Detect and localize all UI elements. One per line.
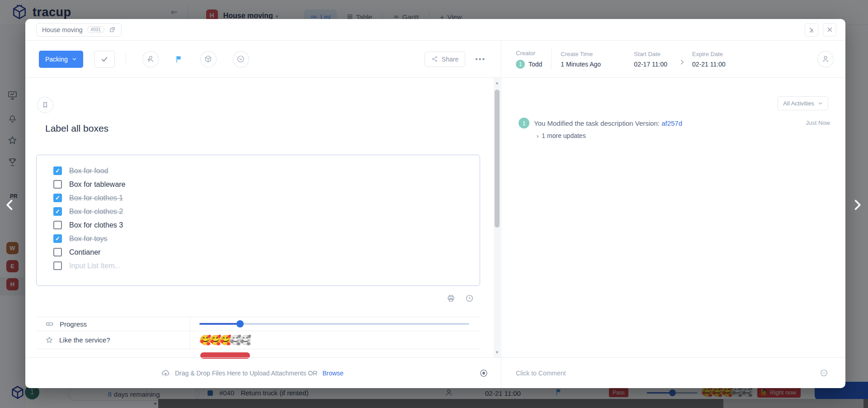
subtask-cube-icon[interactable]	[200, 51, 217, 67]
rating-row: Like the service? 🥰🥰🥰🥰🥰	[36, 331, 480, 349]
checkbox[interactable]	[53, 180, 62, 189]
rating-emoji[interactable]: 🥰	[240, 335, 250, 345]
more-updates-toggle[interactable]: ›1 more updates	[537, 132, 586, 139]
expire-date-value: 02-21 11:00	[692, 61, 726, 68]
breadcrumb[interactable]: House moving #031	[36, 23, 122, 37]
checklist-item-label: Box for clothes 2	[69, 208, 123, 216]
creator-name: Todd	[528, 61, 542, 68]
task-detail-modal: House moving #031 Packing	[25, 19, 845, 388]
date-range-chevron-icon	[679, 59, 685, 65]
expire-date-column[interactable]: Expire Date 02-21 11:00	[692, 51, 726, 68]
more-options-button[interactable]: •••	[475, 55, 486, 63]
comment-input[interactable]: Click to Comment	[501, 357, 845, 388]
checklist-item-label: Box for toys	[69, 235, 107, 243]
close-modal-button[interactable]	[823, 23, 836, 37]
attachment-dropzone[interactable]: Drag & Drop Files Here to Upload Attachm…	[25, 357, 501, 388]
next-task-chevron[interactable]	[851, 197, 863, 213]
task-title[interactable]: Label all boxes	[45, 123, 108, 134]
version-link[interactable]: af257d	[661, 119, 682, 127]
details-divider	[551, 49, 552, 70]
comment-placeholder: Click to Comment	[516, 370, 566, 377]
checklist-item-label: Box for food	[69, 167, 108, 175]
checklist-container[interactable]: ✓Box for foodBox for tableware✓Box for c…	[36, 155, 480, 286]
activity-filter-dropdown[interactable]: All Activities	[778, 96, 828, 110]
checkbox[interactable]	[53, 221, 62, 229]
status-dropdown-button[interactable]: Packing	[39, 51, 83, 68]
checkbox[interactable]: ✓	[53, 166, 62, 175]
checklist-item[interactable]: ✓Box for food	[53, 166, 480, 175]
rating-label: Like the service?	[59, 336, 110, 344]
rating-emoji-strip[interactable]: 🥰🥰🥰🥰🥰	[199, 335, 250, 346]
checklist-item-label: Input List Item...	[69, 262, 121, 270]
version-clock-icon[interactable]	[233, 51, 249, 67]
rating-emoji[interactable]: 🥰	[209, 335, 219, 345]
start-date-column[interactable]: Start Date 02-17 11:00	[634, 51, 667, 68]
checklist-item[interactable]: Input List Item...	[53, 261, 480, 270]
start-date-label: Start Date	[634, 51, 667, 57]
activity-avatar: 1	[519, 118, 529, 128]
browse-files-link[interactable]: Browse	[322, 370, 344, 377]
create-time-value: 1 Minutes Ago	[561, 61, 621, 68]
create-time-label: Create Time	[561, 51, 621, 57]
creator-avatar: 1	[516, 60, 525, 69]
checklist-item[interactable]: Contianer	[53, 248, 480, 256]
checklist-item[interactable]: ✓Box for toys	[53, 234, 480, 243]
activity-filter-label: All Activities	[783, 100, 814, 107]
breadcrumb-title: House moving	[42, 26, 83, 33]
emoji-picker-icon[interactable]	[820, 369, 828, 377]
status-label: Packing	[45, 56, 68, 63]
start-date-value: 02-17 11:00	[634, 61, 667, 68]
share-label: Share	[442, 56, 458, 63]
history-clock-icon[interactable]	[465, 294, 474, 303]
checklist-item-label: Box for tableware	[69, 180, 126, 189]
content-scrollbar-thumb[interactable]	[495, 90, 500, 228]
task-id-badge: #031	[87, 26, 104, 33]
creator-column: Creator 1 Todd	[516, 50, 542, 69]
rating-emoji[interactable]: 🥰	[230, 335, 240, 345]
create-time-column: Create Time 1 Minutes Ago	[561, 51, 621, 68]
creator-label: Creator	[516, 50, 542, 57]
scroll-up-arrow[interactable]: ▲	[495, 81, 499, 85]
checklist-item-label: Contianer	[69, 248, 100, 256]
progress-label: Progress	[60, 320, 87, 328]
checkbox[interactable]: ✓	[53, 234, 62, 243]
toolbar-divider	[126, 53, 126, 65]
open-in-full-icon[interactable]	[109, 26, 116, 33]
bookmark-icon[interactable]	[37, 97, 53, 113]
follower-user-icon[interactable]	[817, 51, 834, 67]
rating-emoji[interactable]: 🥰	[219, 335, 229, 345]
attachment-hint: Drag & Drop Files Here to Upload Attachm…	[175, 370, 317, 377]
checklist-item[interactable]: ✓Box for clothes 2	[53, 207, 480, 216]
checklist-item[interactable]: Box for tableware	[53, 180, 480, 189]
record-icon[interactable]	[479, 369, 488, 378]
checkbox[interactable]	[53, 261, 62, 270]
checkbox[interactable]: ✓	[53, 194, 62, 202]
checkbox[interactable]: ✓	[53, 207, 62, 216]
activity-timestamp: Just Now	[806, 119, 830, 126]
share-button[interactable]: Share	[425, 52, 465, 67]
complete-task-button[interactable]	[94, 51, 115, 68]
scroll-down-arrow[interactable]: ▼	[495, 350, 499, 355]
checklist-item[interactable]: Box for clothes 3	[53, 221, 480, 229]
activity-text: You Modified the task description Versio…	[534, 119, 682, 127]
collapse-modal-button[interactable]	[805, 23, 818, 37]
checklist-item-label: Box for clothes 3	[69, 221, 123, 229]
previous-task-chevron[interactable]	[4, 197, 16, 213]
progress-slider[interactable]	[199, 323, 469, 325]
expand-chevron-icon: ›	[537, 133, 538, 139]
rating-emoji[interactable]: 🥰	[199, 335, 209, 345]
priority-flag-icon[interactable]	[175, 55, 184, 64]
progress-slider-thumb[interactable]	[236, 320, 244, 327]
print-icon[interactable]	[447, 294, 455, 303]
checkbox[interactable]	[53, 248, 62, 256]
expire-date-label: Expire Date	[692, 51, 726, 57]
star-icon	[45, 336, 53, 344]
content-scrollbar[interactable]: ▲ ▼	[494, 78, 500, 357]
progress-row: Progress	[36, 317, 480, 331]
assign-user-icon[interactable]	[142, 51, 159, 67]
progress-pill-icon	[45, 320, 54, 328]
checklist-item[interactable]: ✓Box for clothes 1	[53, 194, 480, 202]
cloud-upload-icon	[161, 369, 170, 378]
checklist-item-label: Box for clothes 1	[69, 194, 123, 202]
